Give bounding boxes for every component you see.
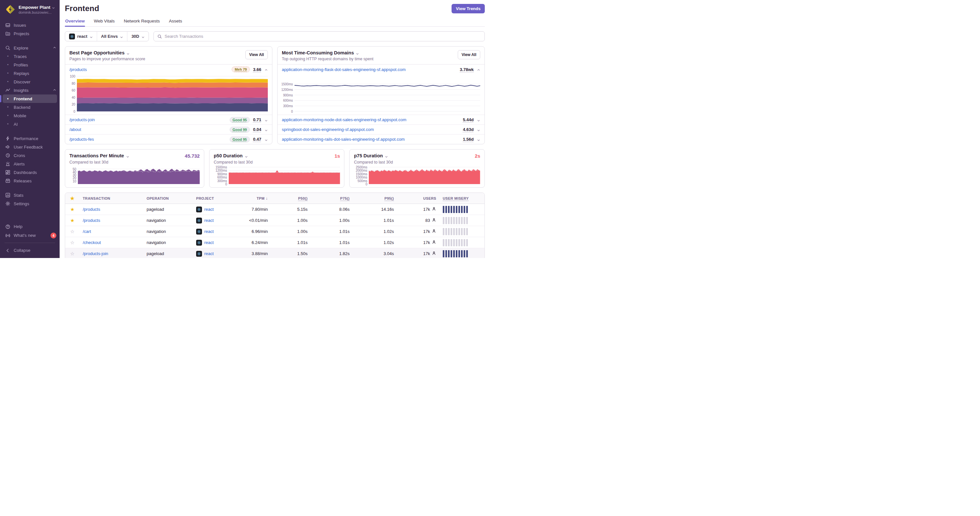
operation-cell: navigation [143,240,193,245]
sidebar-item-stats[interactable]: Stats [0,191,60,199]
best-pages-view-all-button[interactable]: View All [245,50,268,59]
column-header-p50[interactable]: P50() [271,197,311,200]
domains-view-all-button[interactable]: View All [458,50,480,59]
column-header-user-misery[interactable]: USER MISERY [439,197,484,200]
sidebar-item-issues[interactable]: Issues [0,21,60,29]
star-column-header[interactable]: ★ [65,195,80,201]
sidebar-item-ai[interactable]: •AI [0,120,60,129]
best-pages-title-dropdown[interactable]: Best Page Opportunities [69,50,145,56]
chevron-down-icon[interactable] [264,128,268,131]
table-row[interactable]: ☆/checkoutnavigationreact6.24/min1.01s1.… [65,237,484,248]
project-link[interactable]: react [204,229,214,234]
sidebar-item-insights[interactable]: Insights [0,86,60,94]
star-outline-icon[interactable]: ☆ [65,229,80,235]
project-filter[interactable]: react [65,32,97,41]
page-link[interactable]: /products [69,67,87,72]
sidebar-item-settings[interactable]: Settings [0,199,60,208]
sidebar-item-traces[interactable]: •Traces [0,52,60,60]
page-link[interactable]: /products-join [69,117,95,122]
sidebar-item-releases[interactable]: Releases [0,176,60,185]
column-header-operation[interactable]: OPERATION [143,197,193,200]
column-header-users[interactable]: USERS [397,197,439,200]
project-cell: react [193,229,237,235]
chevron-down-icon[interactable] [477,128,480,131]
sidebar-item-user-feedback[interactable]: User Feedback [0,143,60,151]
view-trends-button[interactable]: View Trends [452,4,485,13]
metric-title-dropdown[interactable]: Transactions Per Minute [69,153,129,158]
column-header-project[interactable]: PROJECT [193,197,237,200]
sidebar-item-projects[interactable]: Projects [0,29,60,38]
star-filled-icon[interactable]: ★ [65,218,80,224]
project-link[interactable]: react [204,218,214,223]
metric-chart: 1500ms1200ms900ms600ms300ms0 [214,167,340,184]
chevron-up-icon[interactable] [477,68,480,71]
table-row[interactable]: ★/productsnavigationreact<0.01/min1.00s1… [65,215,484,226]
project-link[interactable]: react [204,207,214,212]
org-switcher[interactable]: Empower Plant dominik.buszowiec... [0,0,60,18]
transaction-link[interactable]: /products [83,218,100,223]
react-icon [196,251,202,257]
transaction-link[interactable]: /cart [83,229,91,234]
table-row[interactable]: ★/productspageloadreact7.80/min5.15s8.06… [65,204,484,215]
transaction-link[interactable]: /checkout [83,240,101,245]
domain-link[interactable]: application-monitoring-flask-dot-sales-e… [282,67,406,72]
sidebar-item-discover[interactable]: •Discover [0,78,60,86]
sidebar-item-label: Explore [14,46,49,51]
star-outline-icon[interactable]: ☆ [65,240,80,246]
domains-title-dropdown[interactable]: Most Time-Consuming Domains [282,50,373,56]
chevron-down-icon[interactable] [264,118,268,122]
transaction-link[interactable]: /products [83,207,100,212]
sidebar-item-backend[interactable]: •Backend [0,103,60,111]
sidebar-item-label: Releases [14,178,56,183]
sidebar-item-help[interactable]: Help [0,222,60,231]
column-header-p75[interactable]: P75() [311,197,353,200]
sidebar-item-label: Collapse [14,248,56,253]
sidebar-item-frontend[interactable]: •Frontend [3,94,57,103]
sidebar-item-label: User Feedback [14,144,56,149]
sidebar-item-label: Mobile [14,113,56,118]
metric-title-dropdown[interactable]: p50 Duration [214,153,248,158]
search-input[interactable] [164,34,481,39]
star-outline-icon[interactable]: ☆ [65,251,80,257]
tab-overview[interactable]: Overview [65,19,85,26]
domain-link[interactable]: application-monitoring-node-dot-sales-en… [282,117,406,122]
table-row[interactable]: ☆/products-joinpageloadreact3.88/min1.50… [65,248,484,258]
performance-icon [5,136,10,141]
chevron-down-icon[interactable] [477,138,480,141]
panel-list-row: /products-fesGood 950.47 [65,134,272,144]
page-link[interactable]: /about [69,127,81,132]
p75-cell: 1.01s [311,240,353,245]
date-range-filter[interactable]: 30D [127,32,149,41]
domain-link[interactable]: application-monitoring-rails-dot-sales-e… [282,137,405,142]
project-link[interactable]: react [204,251,214,256]
sidebar-item-collapse[interactable]: Collapse [0,246,60,255]
tab-network-requests[interactable]: Network Requests [124,19,160,26]
domain-link[interactable]: springboot-dot-sales-engineering-sf.apps… [282,127,374,132]
metric-title-dropdown[interactable]: p75 Duration [354,153,388,158]
column-header-tpm[interactable]: TPM ↓ [237,196,271,201]
tab-web-vitals[interactable]: Web Vitals [94,19,115,26]
star-filled-icon[interactable]: ★ [65,206,80,213]
chevron-down-icon[interactable] [264,138,268,141]
project-link[interactable]: react [204,240,214,245]
sidebar-item-crons[interactable]: Crons [0,151,60,160]
column-header-transaction[interactable]: TRANSACTION [80,197,143,200]
sidebar-item-dashboards[interactable]: Dashboards [0,168,60,176]
sidebar-item-what-s-new[interactable]: What's new4 [0,231,60,240]
env-filter[interactable]: All Envs [97,32,127,41]
page-link[interactable]: /products-fes [69,137,94,142]
sidebar-item-explore[interactable]: Explore [0,44,60,52]
transaction-link[interactable]: /products-join [83,251,108,256]
tab-assets[interactable]: Assets [169,19,183,26]
sidebar-item-mobile[interactable]: •Mobile [0,111,60,120]
chevron-up-icon[interactable] [264,68,268,71]
table-row[interactable]: ☆/cartnavigationreact6.96/min1.00s1.01s1… [65,226,484,237]
row-value: 0.71 [253,117,261,122]
p50-cell: 1.50s [271,251,311,256]
sidebar-item-replays[interactable]: •Replays [0,69,60,78]
sidebar-item-alerts[interactable]: Alerts [0,160,60,168]
sidebar-item-performance[interactable]: Performance [0,134,60,143]
chevron-down-icon[interactable] [477,118,480,122]
sidebar-item-profiles[interactable]: •Profiles [0,60,60,69]
column-header-p95[interactable]: P95() [353,197,397,200]
